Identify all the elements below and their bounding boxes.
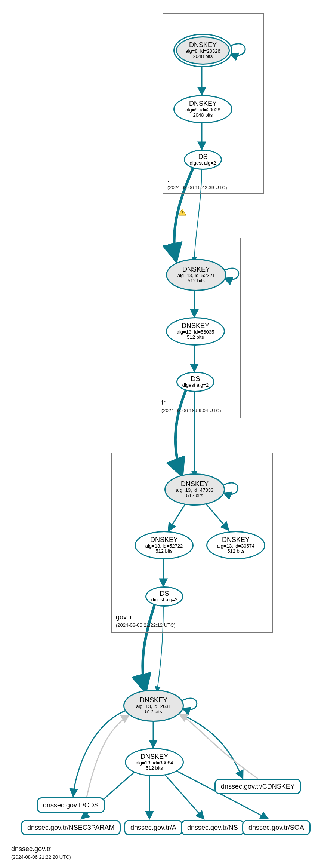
rr-ns: dnssec.gov.tr/NS — [181, 820, 244, 835]
govtr-zsk2-sub2: 512 bits — [227, 549, 244, 554]
govtr-ksk-sub2: 512 bits — [186, 493, 203, 498]
govtr-zsk2: DNSKEY alg=13, id=30574 512 bits — [206, 531, 265, 559]
dnssec-ksk-sub2: 512 bits — [145, 709, 162, 714]
rr-a: dnssec.gov.tr/A — [124, 820, 183, 835]
govtr-ksk-title: DNSKEY — [181, 481, 209, 488]
zone-dnssec-label: dnssec.gov.tr — [11, 845, 51, 853]
zone-root-label: . — [167, 176, 169, 184]
root-zsk-sub2: 2048 bits — [193, 113, 213, 118]
zone-tr-label: tr — [161, 399, 166, 407]
dnssec-ksk: DNSKEY alg=13, id=2631 512 bits — [123, 690, 184, 722]
govtr-zsk-sub2: 512 bits — [155, 549, 173, 554]
root-ds: DS digest alg=2 — [184, 150, 222, 170]
root-ksk-title: DNSKEY — [189, 42, 217, 49]
root-ksk-sub2: 2048 bits — [193, 54, 213, 59]
zone-dnssec-sublabel: (2024-08-06 21:22:20 UTC) — [11, 854, 71, 860]
tr-zsk-title: DNSKEY — [182, 322, 209, 329]
rr-soa: dnssec.gov.tr/SOA — [242, 820, 311, 835]
zone-root-sublabel: (2024-08-06 15:42:39 UTC) — [167, 185, 227, 190]
root-zsk-sub1: alg=8, id=20038 — [185, 107, 220, 113]
govtr-zsk2-title: DNSKEY — [222, 536, 250, 543]
govtr-ksk: DNSKEY alg=13, id=47333 512 bits — [164, 473, 225, 506]
root-ds-title: DS — [198, 153, 207, 160]
tr-ds-title: DS — [191, 375, 200, 383]
root-zsk: DNSKEY alg=8, id=20038 2048 bits — [173, 95, 232, 123]
zone-govtr-label: gov.tr — [116, 613, 132, 621]
tr-ksk-sub1: alg=13, id=52321 — [177, 273, 215, 278]
tr-zsk: DNSKEY alg=13, id=56035 512 bits — [166, 317, 225, 346]
dnssec-zsk-sub2: 512 bits — [146, 766, 163, 771]
govtr-ksk-sub1: alg=13, id=47333 — [176, 488, 213, 493]
tr-ksk-title: DNSKEY — [182, 266, 210, 273]
rr-cdnskey: dnssec.gov.tr/CDNSKEY — [214, 779, 301, 794]
tr-ds-sub1: digest alg=2 — [182, 383, 209, 388]
dnssec-ksk-title: DNSKEY — [140, 697, 167, 704]
zone-tr-sublabel: (2024-08-06 18:59:04 UTC) — [161, 408, 221, 413]
dnssec-zsk-sub1: alg=13, id=38084 — [136, 760, 173, 766]
dnssec-zsk: DNSKEY alg=13, id=38084 512 bits — [125, 748, 184, 776]
root-ksk: DNSKEY alg=8, id=20326 2048 bits — [173, 34, 232, 67]
rr-cds: dnssec.gov.tr/CDS — [37, 797, 105, 813]
svg-text:!: ! — [182, 210, 183, 215]
govtr-ds-title: DS — [160, 590, 169, 597]
govtr-zsk2-sub1: alg=13, id=30574 — [217, 543, 254, 549]
root-ds-sub1: digest alg=2 — [190, 160, 216, 166]
govtr-ds-sub1: digest alg=2 — [151, 597, 177, 602]
tr-ksk: DNSKEY alg=13, id=52321 512 bits — [166, 259, 226, 291]
tr-ksk-sub2: 512 bits — [188, 278, 205, 283]
dnssec-ksk-sub1: alg=13, id=2631 — [136, 704, 171, 709]
zone-govtr-sublabel: (2024-08-06 21:22:12 UTC) — [116, 622, 176, 628]
govtr-zsk: DNSKEY alg=13, id=52722 512 bits — [135, 531, 194, 559]
govtr-ds: DS digest alg=2 — [145, 586, 183, 607]
tr-zsk-sub1: alg=13, id=56035 — [177, 329, 214, 335]
tr-zsk-sub2: 512 bits — [187, 335, 204, 340]
govtr-zsk-sub1: alg=13, id=52722 — [145, 543, 183, 549]
root-ksk-sub1: alg=8, id=20326 — [185, 49, 220, 54]
rr-nsec3: dnssec.gov.tr/NSEC3PARAM — [21, 820, 121, 835]
root-zsk-title: DNSKEY — [189, 100, 217, 107]
govtr-zsk-title: DNSKEY — [150, 536, 178, 543]
dnssec-zsk-title: DNSKEY — [140, 753, 168, 760]
tr-ds: DS digest alg=2 — [176, 372, 214, 392]
